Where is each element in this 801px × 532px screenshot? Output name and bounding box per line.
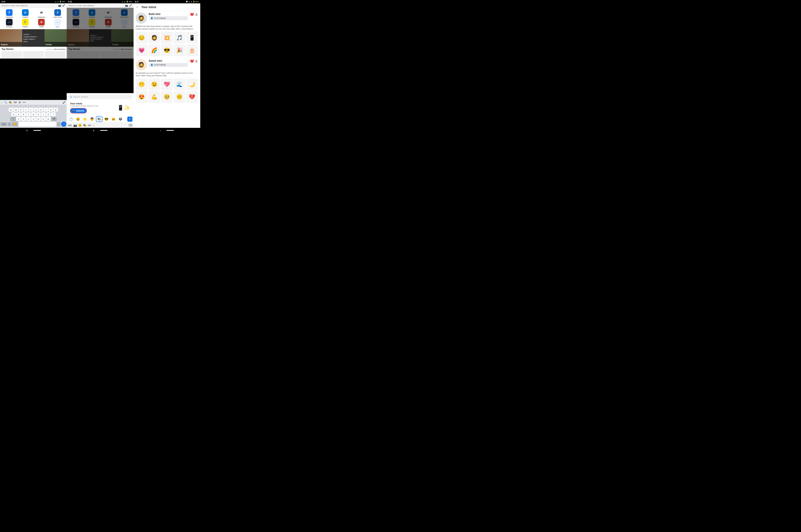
- back-button[interactable]: ←: [136, 5, 139, 9]
- key-a[interactable]: a: [11, 112, 16, 116]
- key-x[interactable]: x: [21, 117, 26, 121]
- nav-home-1[interactable]: [34, 130, 41, 131]
- key-r[interactable]: r: [24, 108, 28, 112]
- sticker-tab-recent[interactable]: 🕐: [68, 116, 74, 122]
- quick-link-facebook[interactable]: f Facebook: [1, 9, 17, 18]
- sticker-tab-glasses[interactable]: 😎: [103, 116, 110, 122]
- cricket-tile-2[interactable]: Cricket: [111, 29, 133, 47]
- sweet-sticker-10[interactable]: 💔: [186, 91, 198, 103]
- address-input-1[interactable]: [1, 4, 57, 7]
- cricket-tile[interactable]: Cricket: [44, 29, 67, 47]
- bold-mini-heart[interactable]: ❤️: [190, 13, 194, 17]
- translate-tool[interactable]: ⊞: [18, 100, 21, 104]
- create-button[interactable]: 📷 CREATE: [70, 108, 87, 113]
- mic-icon-2[interactable]: 🎤: [129, 4, 132, 7]
- quick-link-flipkart[interactable]: F Flipkart: [18, 19, 33, 28]
- sweet-sticker-2[interactable]: 😉: [148, 78, 160, 90]
- quick-link-outlook[interactable]: O Outlook: [18, 9, 33, 18]
- key-w[interactable]: w: [14, 108, 18, 112]
- key-z[interactable]: z: [16, 117, 21, 121]
- bold-sticker-4[interactable]: 🎵: [173, 32, 185, 43]
- address-input-2[interactable]: [68, 4, 124, 7]
- bold-mini-delete[interactable]: 🗑: [195, 13, 198, 16]
- sweet-sticker-1[interactable]: 😶: [136, 78, 148, 90]
- quick-link-indiatimes[interactable]: # India Times: [50, 9, 65, 18]
- sweet-sticker-6[interactable]: 😍: [136, 91, 148, 103]
- key-t[interactable]: t: [28, 108, 33, 112]
- key-q[interactable]: q: [9, 108, 13, 112]
- ql-it-2[interactable]: # India Times: [117, 9, 132, 18]
- sweet-sticker-9[interactable]: 😕: [173, 91, 185, 103]
- key-s[interactable]: s: [16, 112, 21, 116]
- emoticon-key[interactable]: :-): [92, 124, 94, 127]
- key-backspace[interactable]: ⌫: [51, 117, 57, 121]
- back-key[interactable]: ‹: [1, 100, 2, 104]
- quick-link-wikipedia[interactable]: W Wikipedia: [34, 9, 49, 18]
- sticker-tool[interactable]: 🎭: [8, 100, 12, 104]
- sticker-tab-cat[interactable]: 🐱: [110, 116, 117, 122]
- quotes-item[interactable]: Quotes »: [23, 34, 43, 35]
- quick-link-cricbuzz[interactable]: cb Cricbuzz: [1, 19, 17, 28]
- key-l[interactable]: l: [51, 112, 56, 116]
- bold-sticker-8[interactable]: 😎: [161, 44, 173, 56]
- bold-sticker-2[interactable]: 🧔: [148, 32, 160, 43]
- key-u[interactable]: u: [39, 108, 43, 112]
- explore-tile-2[interactable]: Explore: [67, 29, 89, 47]
- key-i[interactable]: i: [44, 108, 48, 112]
- sticker-tab-emoji[interactable]: 😀: [75, 116, 81, 122]
- key-space[interactable]: [18, 121, 56, 127]
- key-f[interactable]: f: [26, 112, 31, 116]
- key-m[interactable]: m: [46, 117, 51, 121]
- abc-key[interactable]: ABC: [68, 124, 72, 127]
- key-c[interactable]: c: [26, 117, 31, 121]
- key-b[interactable]: b: [36, 117, 41, 121]
- explore-tile[interactable]: Explore: [0, 29, 22, 47]
- sweet-customise-button[interactable]: 👤 CUSTOMISE: [149, 63, 188, 67]
- bold-sticker-10[interactable]: 🎂: [186, 44, 198, 56]
- sticker-key[interactable]: 🎭: [83, 124, 87, 127]
- sticker-search-bar[interactable]: G Search stickers: [68, 94, 132, 99]
- camera-icon-1[interactable]: 📷: [58, 4, 61, 7]
- bold-sticker-9[interactable]: 🎉: [173, 44, 185, 56]
- sweet-sticker-5[interactable]: 🌙: [186, 78, 198, 90]
- ql-cb-2[interactable]: cb Cricbuzz: [68, 19, 83, 28]
- camera-icon-2[interactable]: 📷: [125, 4, 128, 7]
- key-p[interactable]: p: [54, 108, 58, 112]
- nav-home-2[interactable]: [100, 130, 108, 131]
- sticker-tab-man[interactable]: 👨: [89, 116, 95, 122]
- kangana-item[interactable]: Kangana Ranaut »: [23, 36, 43, 38]
- nav-down-2[interactable]: ∨: [93, 129, 95, 132]
- bold-customise-button[interactable]: 👤 CUSTOMISE: [149, 16, 188, 20]
- ql-fb-2[interactable]: f Facebook: [68, 9, 83, 18]
- bold-sticker-1[interactable]: 😔: [136, 32, 148, 43]
- gif-key[interactable]: GIF: [88, 124, 91, 127]
- delete-key-2[interactable]: ⌫: [128, 124, 132, 127]
- key-send[interactable]: →: [61, 121, 66, 127]
- sticker-tab-star[interactable]: 🌟: [82, 116, 88, 122]
- key-shift[interactable]: ⇧: [10, 117, 16, 121]
- bold-sticker-5[interactable]: 📱: [186, 32, 198, 43]
- key-n[interactable]: n: [41, 117, 45, 121]
- key-e[interactable]: e: [19, 108, 23, 112]
- quick-link-more[interactable]: → More: [50, 19, 65, 28]
- emoji-key[interactable]: 😊: [78, 124, 82, 127]
- key-o[interactable]: o: [49, 108, 53, 112]
- ql-outlook-2[interactable]: O Outlook: [84, 9, 100, 18]
- search-tool[interactable]: 🔍: [3, 100, 7, 104]
- bold-sticker-3[interactable]: 💥: [161, 32, 173, 43]
- sweet-sticker-4[interactable]: 🌊: [173, 78, 185, 90]
- bold-sticker-7[interactable]: 🌈: [148, 44, 160, 56]
- ql-fk-2[interactable]: F Flipkart: [84, 19, 100, 28]
- sweet-sticker-7[interactable]: 💪: [148, 91, 160, 103]
- key-num[interactable]: ?123: [0, 122, 7, 126]
- key-d[interactable]: d: [21, 112, 26, 116]
- key-j[interactable]: j: [41, 112, 45, 116]
- nav-home-3[interactable]: [167, 130, 174, 131]
- sticker-tab-minis[interactable]: 🎭: [96, 116, 102, 122]
- sticker-tab-alien[interactable]: 👽: [117, 116, 123, 122]
- more-news-item[interactable]: More...: [23, 41, 43, 42]
- camera-sticker-icon[interactable]: 📷: [73, 124, 77, 127]
- federer-item[interactable]: Roger Federer »: [23, 38, 43, 40]
- mic-icon-1[interactable]: 🎤: [62, 4, 65, 7]
- ql-more-2[interactable]: → More: [117, 19, 132, 28]
